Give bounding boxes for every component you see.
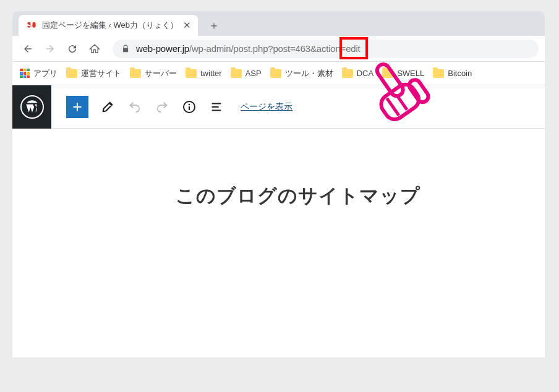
lock-icon (121, 45, 130, 53)
apps-button[interactable]: アプリ (20, 68, 58, 79)
folder-icon (433, 69, 444, 78)
wordpress-logo-icon (20, 95, 44, 119)
url-highlight: =463& (290, 43, 317, 54)
tab-strip: 固定ページを編集 ‹ Web力（りょく） ✕ ＋ (12, 11, 545, 36)
wp-sidebar[interactable] (12, 85, 51, 129)
url-host: web-power.jp (136, 43, 189, 54)
bookmark-label: DCA (357, 69, 373, 78)
folder-icon (342, 69, 353, 78)
address-bar[interactable]: web-power.jp/wp-admin/post.php?post=463&… (113, 40, 539, 58)
bookmark-label: 運営サイト (81, 68, 121, 79)
bookmark-folder[interactable]: 運営サイト (66, 68, 121, 79)
redo-button[interactable] (154, 99, 170, 115)
editor-area: ページを表示 このブログのサイトマップ (51, 85, 545, 357)
bookmark-label: ツール・素材 (285, 68, 333, 79)
bookmark-folder[interactable]: Bitcoin (433, 69, 472, 78)
bookmark-label: ASP (245, 69, 262, 78)
outline-button[interactable] (208, 99, 224, 115)
undo-button[interactable] (127, 99, 143, 115)
url-text: web-power.jp/wp-admin/post.php?post=463&… (136, 43, 361, 54)
svg-rect-2 (189, 106, 190, 110)
bookmark-folder[interactable]: DCA (342, 69, 373, 78)
new-tab-button[interactable]: ＋ (205, 17, 223, 34)
bookmarks-bar: アプリ 運営サイト サーバー twitter ASP ツール・素材 DCA S (12, 62, 545, 85)
bookmark-folder[interactable]: ASP (231, 69, 262, 78)
info-button[interactable] (181, 99, 197, 115)
folder-icon (186, 69, 197, 78)
browser-toolbar: web-power.jp/wp-admin/post.php?post=463&… (12, 36, 545, 62)
svg-point-1 (189, 103, 190, 105)
bookmark-label: twitter (200, 69, 222, 78)
home-button[interactable] (85, 40, 104, 58)
close-tab-icon[interactable]: ✕ (182, 20, 192, 30)
page-title[interactable]: このブログのサイトマップ (176, 183, 420, 357)
browser-window: 固定ページを編集 ‹ Web力（りょく） ✕ ＋ web-power.jp/wp… (12, 11, 545, 357)
tab-favicon-icon (26, 20, 37, 31)
bookmark-label: Bitcoin (448, 69, 472, 78)
back-button[interactable] (19, 40, 37, 58)
folder-icon (382, 69, 393, 78)
bookmark-folder[interactable]: twitter (186, 69, 222, 78)
active-tab[interactable]: 固定ページを編集 ‹ Web力（りょく） ✕ (19, 15, 198, 36)
bookmark-label: SWELL (397, 69, 424, 78)
editor-toolbar: ページを表示 (51, 85, 545, 129)
bookmark-folder[interactable]: サーバー (130, 68, 177, 79)
forward-button[interactable] (41, 40, 59, 58)
folder-icon (270, 69, 281, 78)
bookmark-folder[interactable]: ツール・素材 (270, 68, 333, 79)
bookmark-folder[interactable]: SWELL (382, 69, 424, 78)
view-page-link[interactable]: ページを表示 (241, 101, 292, 113)
editor-body[interactable]: このブログのサイトマップ (51, 129, 545, 357)
add-block-button[interactable] (66, 96, 88, 118)
reload-button[interactable] (63, 40, 82, 58)
folder-icon (231, 69, 242, 78)
folder-icon (66, 69, 77, 78)
apps-label: アプリ (33, 68, 58, 79)
url-path-post: action=edit (317, 43, 361, 54)
folder-icon (130, 69, 141, 78)
page-content: ページを表示 このブログのサイトマップ (12, 85, 545, 357)
apps-grid-icon (20, 69, 30, 79)
edit-mode-button[interactable] (100, 99, 116, 115)
tab-title: 固定ページを編集 ‹ Web力（りょく） (42, 20, 178, 31)
url-path-pre: /wp-admin/post.php?post (189, 43, 290, 54)
bookmark-label: サーバー (145, 68, 177, 79)
